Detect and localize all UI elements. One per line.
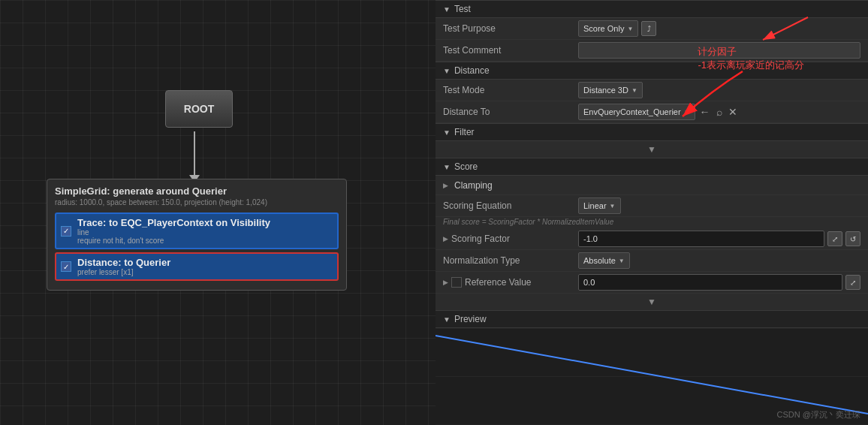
preview-section-label: Preview — [454, 314, 487, 324]
visibility-test-title: Trace: to EQC_PlayerContext on Visibilit… — [77, 217, 270, 228]
scoring-factor-label: ▶ Scoring Factor — [443, 234, 578, 244]
clamping-value: ▶ Clamping — [443, 180, 860, 191]
distance-to-back-icon[interactable]: ← — [698, 106, 712, 118]
distance-section-label: Distance — [454, 65, 490, 76]
scoring-equation-dropdown[interactable]: Linear ▼ — [578, 197, 621, 214]
normalization-type-dropdown[interactable]: Absolute ▼ — [578, 252, 630, 269]
filter-collapse-icon[interactable]: ▼ — [443, 128, 451, 137]
grid-node-title: SimpleGrid: generate around Querier — [55, 185, 339, 197]
scoring-equation-value: Linear ▼ — [578, 197, 860, 214]
reference-value-row: ▶ Reference Value ⤢ — [436, 272, 868, 294]
preview-area: CSDN @浮沉丶奕迁琛 — [436, 328, 868, 425]
scoring-equation-dropdown-text: Linear — [583, 201, 607, 210]
test-mode-value: Distance 3D ▼ — [578, 82, 860, 98]
scoring-factor-expand-icon[interactable]: ▶ — [443, 235, 448, 243]
ref-value-input[interactable] — [578, 274, 842, 291]
score-section-label: Score — [454, 161, 478, 172]
scoring-equation-label: Scoring Equation — [443, 200, 578, 211]
reference-value-label: ▶ Reference Value — [443, 277, 578, 288]
score-section-header: ▼ Score — [436, 158, 868, 176]
test-section-header: ▼ Test — [436, 0, 868, 18]
scoring-formula: Final score = ScoringFactor * Normalized… — [436, 217, 868, 228]
distance-collapse-icon[interactable]: ▼ — [443, 67, 451, 75]
root-label: ROOT — [184, 103, 214, 115]
watermark: CSDN @浮沉丶奕迁琛 — [777, 409, 860, 420]
scoring-factor-row: ▶ Scoring Factor ⤢ ↺ — [436, 228, 868, 250]
properties-panel: ▼ Test Test Purpose Score Only ▼ ⤴ Test … — [436, 0, 868, 425]
normalization-type-label: Normalization Type — [443, 255, 578, 266]
test-mode-row: Test Mode Distance 3D ▼ — [436, 80, 868, 101]
test-purpose-value: Score Only ▼ ⤴ — [578, 20, 860, 37]
clamping-row: ▶ Clamping — [436, 176, 868, 195]
visibility-checkbox[interactable]: ✓ — [61, 226, 71, 237]
preview-section-header: ▼ Preview — [436, 310, 868, 328]
ref-expand-icon[interactable]: ▶ — [443, 279, 448, 286]
distance-checkbox[interactable]: ✓ — [61, 261, 71, 272]
scoring-factor-input[interactable] — [578, 231, 824, 247]
clamping-expand-icon[interactable]: ▶ — [443, 182, 448, 189]
reference-value-field: ⤢ — [578, 274, 860, 291]
grid-node-subtitle: radius: 1000.0, space between: 150.0, pr… — [55, 198, 339, 206]
scoring-factor-label-text: Scoring Factor — [451, 234, 510, 244]
test-comment-input[interactable] — [578, 42, 860, 59]
filter-section-label: Filter — [454, 127, 475, 137]
preview-collapse-icon[interactable]: ▼ — [443, 315, 451, 324]
filter-expand-arrow: ▼ — [436, 141, 868, 158]
normalization-type-row: Normalization Type Absolute ▼ — [436, 250, 868, 272]
filter-down-icon: ▼ — [647, 144, 656, 155]
distance-to-value: EnvQueryContext_Querier ▼ ← ⌕ ✕ — [578, 104, 860, 120]
test-section-label: Test — [454, 4, 471, 14]
distance-to-search-icon[interactable]: ⌕ — [715, 106, 724, 118]
scoring-equation-row: Scoring Equation Linear ▼ — [436, 195, 868, 217]
ref-checkbox[interactable] — [451, 277, 462, 288]
distance-to-row: Distance To EnvQueryContext_Querier ▼ ← … — [436, 101, 868, 123]
test-purpose-row: Test Purpose Score Only ▼ ⤴ — [436, 18, 868, 40]
scoring-equation-dropdown-arrow: ▼ — [610, 203, 616, 209]
score-bottom-arrow: ▼ — [436, 294, 868, 310]
test-comment-value — [578, 42, 860, 59]
distance-to-clear-icon[interactable]: ✕ — [727, 106, 739, 118]
visibility-test-content: Trace: to EQC_PlayerContext on Visibilit… — [77, 217, 270, 245]
distance-to-dropdown[interactable]: EnvQueryContext_Querier ▼ — [578, 104, 695, 120]
distance-section-header: ▼ Distance — [436, 62, 868, 80]
root-node[interactable]: ROOT — [165, 90, 233, 128]
ref-expand-btn[interactable]: ⤢ — [845, 275, 860, 290]
distance-test-title: Distance: to Querier — [77, 257, 170, 268]
normalization-type-dropdown-arrow: ▼ — [619, 258, 625, 264]
scoring-factor-reset-btn[interactable]: ↺ — [845, 231, 860, 246]
distance-to-dropdown-text: EnvQueryContext_Querier — [583, 107, 681, 116]
score-collapse-icon[interactable]: ▼ — [443, 163, 451, 171]
score-down-icon: ▼ — [647, 297, 656, 307]
ref-label-text: Reference Value — [465, 277, 532, 288]
distance-test-sub1: prefer lesser [x1] — [77, 268, 170, 276]
distance-test-content: Distance: to Querier prefer lesser [x1] — [77, 257, 170, 276]
scoring-factor-value: ⤢ ↺ — [578, 231, 860, 247]
test-purpose-dropdown-text: Score Only — [583, 24, 624, 33]
clamping-label: Clamping — [454, 180, 493, 191]
normalization-type-dropdown-text: Absolute — [583, 256, 616, 265]
test-mode-label: Test Mode — [443, 85, 578, 95]
test-purpose-dropdown[interactable]: Score Only ▼ — [578, 20, 638, 37]
test-mode-dropdown-arrow: ▼ — [631, 87, 637, 94]
test-comment-label: Test Comment — [443, 45, 578, 56]
test-collapse-icon[interactable]: ▼ — [443, 5, 451, 14]
filter-section-header: ▼ Filter — [436, 123, 868, 141]
test-mode-dropdown-text: Distance 3D — [583, 86, 628, 95]
test-comment-row: Test Comment — [436, 40, 868, 62]
node-graph: ROOT SimpleGrid: generate around Querier… — [0, 0, 436, 425]
distance-test-item[interactable]: ✓ Distance: to Querier prefer lesser [x1… — [55, 252, 339, 281]
test-purpose-goto-btn[interactable]: ⤴ — [641, 21, 656, 36]
visibility-test-sub2: require not hit, don't score — [77, 237, 270, 245]
distance-to-label: Distance To — [443, 107, 578, 117]
visibility-test-item[interactable]: ✓ Trace: to EQC_PlayerContext on Visibil… — [55, 212, 339, 249]
test-mode-dropdown[interactable]: Distance 3D ▼ — [578, 82, 643, 98]
grid-node[interactable]: SimpleGrid: generate around Querier radi… — [47, 179, 347, 291]
distance-to-dropdown-arrow: ▼ — [684, 109, 690, 116]
visibility-test-sub1: line — [77, 228, 270, 237]
normalization-type-value: Absolute ▼ — [578, 252, 860, 269]
scoring-factor-expand-btn[interactable]: ⤢ — [827, 231, 842, 246]
connection-arrow — [194, 131, 195, 176]
test-purpose-label: Test Purpose — [443, 23, 578, 34]
test-purpose-dropdown-arrow: ▼ — [627, 26, 633, 32]
